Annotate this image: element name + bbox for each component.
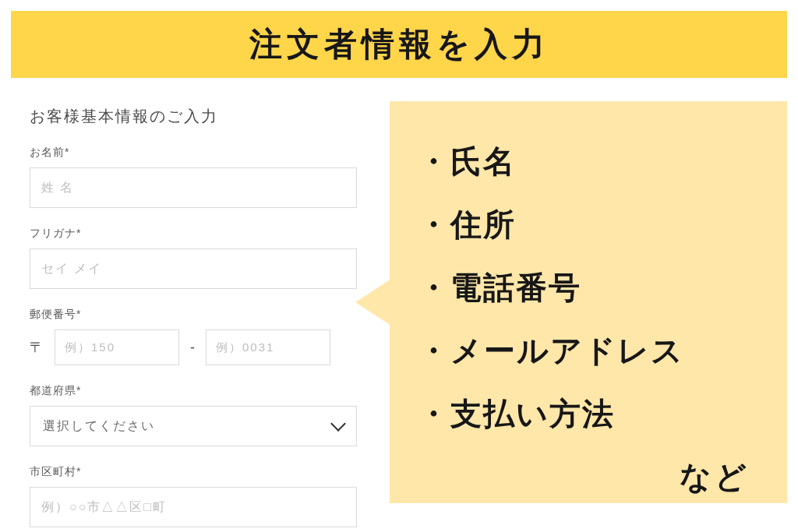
- furigana-placeholder: セイ メイ: [41, 261, 102, 277]
- label-name: お名前*: [30, 146, 357, 160]
- callout-list: ・氏名 ・住所 ・電話番号 ・メールアドレス ・支払い方法: [418, 140, 765, 435]
- form: お客様基本情報のご入力 お名前* 姓 名 フリガナ* セイ メイ 郵便番号* 〒…: [30, 92, 357, 527]
- callout-panel: ・氏名 ・住所 ・電話番号 ・メールアドレス ・支払い方法 など: [390, 101, 787, 503]
- postal-input-2[interactable]: 例）0031: [206, 329, 330, 365]
- field-name: お名前* 姓 名: [30, 146, 357, 208]
- postal-separator: -: [190, 340, 195, 356]
- callout-item-1: ・氏名: [418, 140, 765, 183]
- city-placeholder: 例）○○市△△区□町: [41, 499, 167, 516]
- postal-ph2: 例）0031: [216, 340, 274, 355]
- postal-input-1[interactable]: 例）150: [55, 329, 179, 365]
- form-heading: お客様基本情報のご入力: [30, 106, 357, 127]
- furigana-input[interactable]: セイ メイ: [30, 248, 357, 289]
- callout-item-5: ・支払い方法: [418, 393, 765, 435]
- callout-item-4: ・メールアドレス: [418, 329, 765, 372]
- name-input[interactable]: 姓 名: [30, 167, 357, 208]
- label-city: 市区町村*: [30, 465, 357, 479]
- callout-item-3: ・電話番号: [418, 266, 765, 309]
- callout-etc: など: [418, 456, 765, 499]
- chevron-down-icon: [330, 416, 346, 432]
- name-placeholder: 姓 名: [41, 180, 74, 196]
- postal-ph1: 例）150: [65, 340, 115, 355]
- field-prefecture: 都道府県* 選択してください: [30, 384, 357, 446]
- banner: 注文者情報を入力: [11, 11, 787, 78]
- field-city: 市区町村* 例）○○市△△区□町: [30, 465, 357, 527]
- label-prefecture: 都道府県*: [30, 384, 357, 398]
- banner-title: 注文者情報を入力: [249, 23, 549, 66]
- prefecture-placeholder: 選択してください: [43, 418, 155, 435]
- label-postal: 郵便番号*: [30, 308, 357, 322]
- label-furigana: フリガナ*: [30, 227, 357, 241]
- prefecture-select[interactable]: 選択してください: [30, 406, 357, 446]
- city-input[interactable]: 例）○○市△△区□町: [30, 487, 357, 527]
- postal-prefix: 〒: [30, 338, 44, 357]
- field-furigana: フリガナ* セイ メイ: [30, 227, 357, 289]
- field-postal: 郵便番号* 〒 例）150 - 例）0031: [30, 308, 357, 365]
- callout-item-2: ・住所: [418, 203, 765, 246]
